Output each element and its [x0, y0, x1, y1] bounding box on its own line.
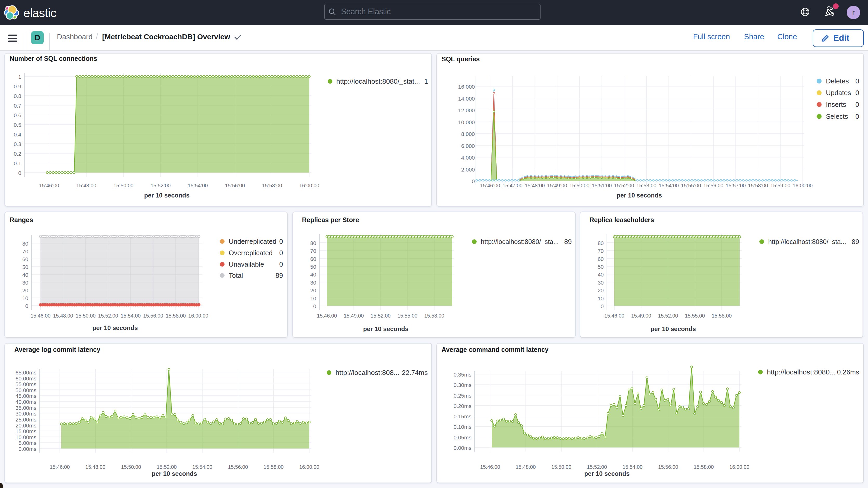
svg-text:16:00:00: 16:00:00	[299, 182, 319, 188]
svg-text:20: 20	[598, 287, 604, 293]
svg-text:35.00ms: 35.00ms	[16, 405, 36, 411]
svg-text:0: 0	[856, 100, 859, 109]
svg-text:15:55:00: 15:55:00	[397, 313, 417, 318]
svg-text:0.8: 0.8	[14, 93, 21, 99]
svg-text:2,000: 2,000	[461, 166, 475, 173]
svg-text:15:48:00: 15:48:00	[86, 464, 105, 470]
svg-text:0: 0	[856, 113, 859, 120]
svg-text:15:48:00: 15:48:00	[516, 464, 536, 470]
svg-text:0.35ms: 0.35ms	[454, 372, 471, 377]
svg-text:40: 40	[310, 272, 316, 277]
svg-text:50: 50	[310, 264, 316, 270]
svg-text:Deletes: Deletes	[826, 77, 849, 85]
svg-text:15:53:00: 15:53:00	[637, 182, 656, 188]
svg-text:50.00ms: 50.00ms	[16, 387, 36, 393]
svg-text:89: 89	[276, 272, 283, 279]
svg-text:0.9: 0.9	[14, 84, 21, 89]
svg-text:15:54:00: 15:54:00	[188, 182, 208, 188]
svg-text:0.7: 0.7	[14, 103, 21, 109]
svg-text:60: 60	[22, 256, 28, 262]
svg-text:10: 10	[598, 296, 604, 301]
svg-text:80: 80	[310, 240, 316, 246]
svg-text:15:50:00: 15:50:00	[552, 464, 571, 470]
svg-text:15:46:00: 15:46:00	[480, 464, 500, 470]
svg-text:1: 1	[424, 78, 428, 85]
svg-text:15:47:00: 15:47:00	[502, 182, 522, 188]
svg-text:per 10 seconds: per 10 seconds	[363, 325, 408, 332]
svg-text:50: 50	[22, 264, 28, 270]
svg-text:15.00ms: 15.00ms	[16, 428, 36, 434]
svg-text:20: 20	[310, 287, 316, 293]
svg-text:0.6: 0.6	[14, 112, 21, 118]
svg-text:10: 10	[310, 296, 316, 301]
svg-text:20.00ms: 20.00ms	[16, 423, 36, 428]
svg-text:70: 70	[310, 248, 316, 254]
svg-text:Underreplicated: Underreplicated	[229, 238, 277, 245]
svg-text:per 10 seconds: per 10 seconds	[152, 470, 197, 477]
svg-text:10: 10	[22, 295, 28, 301]
svg-text:16:00:00: 16:00:00	[188, 313, 208, 318]
svg-text:15:50:00: 15:50:00	[569, 182, 589, 188]
svg-text:15:58:00: 15:58:00	[694, 464, 714, 470]
svg-text:15:52:00: 15:52:00	[157, 464, 177, 470]
svg-text:15:46:00: 15:46:00	[39, 182, 59, 188]
svg-text:0: 0	[472, 178, 475, 184]
svg-text:15:56:00: 15:56:00	[658, 464, 678, 470]
svg-text:16:00:00: 16:00:00	[793, 182, 813, 188]
svg-text:10,000: 10,000	[458, 119, 475, 125]
svg-text:Replica leaseholders: Replica leaseholders	[589, 216, 654, 223]
svg-text:15:50:00: 15:50:00	[75, 313, 96, 318]
svg-text:16:00:00: 16:00:00	[299, 464, 319, 470]
svg-text:15:58:00: 15:58:00	[166, 313, 186, 318]
svg-text:80: 80	[598, 240, 604, 246]
svg-text:15:57:00: 15:57:00	[725, 182, 746, 188]
svg-text:15:54:00: 15:54:00	[121, 313, 141, 318]
svg-text:15:52:00: 15:52:00	[658, 313, 678, 318]
svg-text:per 10 seconds: per 10 seconds	[93, 324, 138, 331]
svg-text:15:52:00: 15:52:00	[587, 464, 607, 470]
svg-text:0.4: 0.4	[14, 131, 22, 138]
svg-text:15:52:00: 15:52:00	[614, 182, 634, 188]
svg-text:15:56:00: 15:56:00	[228, 464, 248, 470]
svg-text:Overreplicated: Overreplicated	[229, 249, 273, 257]
svg-text:http://localhost:8080...: http://localhost:8080...	[767, 368, 836, 376]
svg-text:12,000: 12,000	[458, 107, 475, 113]
svg-text:0.10ms: 0.10ms	[454, 424, 471, 430]
svg-text:http://localhost:8080/_sta...: http://localhost:8080/_sta...	[768, 238, 846, 246]
svg-text:0.15ms: 0.15ms	[454, 414, 471, 419]
svg-text:6,000: 6,000	[461, 143, 475, 149]
svg-text:15:56:00: 15:56:00	[225, 182, 245, 188]
svg-text:15:49:00: 15:49:00	[344, 313, 364, 318]
svg-text:0.20ms: 0.20ms	[454, 403, 471, 409]
svg-text:SQL queries: SQL queries	[441, 55, 480, 63]
svg-text:14,000: 14,000	[458, 96, 475, 101]
svg-text:15:52:00: 15:52:00	[151, 182, 171, 188]
svg-text:0: 0	[600, 303, 604, 309]
svg-text:15:49:00: 15:49:00	[631, 313, 651, 318]
svg-text:40: 40	[22, 272, 28, 278]
svg-text:Total: Total	[229, 272, 243, 279]
svg-text:45.00ms: 45.00ms	[16, 393, 36, 399]
svg-text:per 10 seconds: per 10 seconds	[650, 325, 696, 332]
svg-text:Inserts: Inserts	[826, 100, 846, 109]
svg-text:0.05ms: 0.05ms	[454, 434, 471, 440]
svg-text:70: 70	[598, 248, 604, 254]
svg-text:30: 30	[310, 280, 316, 285]
svg-text:15:58:00: 15:58:00	[712, 313, 732, 318]
svg-text:0.00ms: 0.00ms	[19, 446, 36, 452]
svg-text:15:58:00: 15:58:00	[748, 182, 768, 188]
svg-text:22.74ms: 22.74ms	[402, 369, 428, 376]
svg-text:89: 89	[851, 238, 859, 246]
svg-text:0.30ms: 0.30ms	[454, 382, 471, 388]
svg-text:5.00ms: 5.00ms	[19, 440, 36, 446]
svg-text:15:56:00: 15:56:00	[704, 182, 723, 188]
svg-text:0.2: 0.2	[14, 151, 21, 157]
svg-text:15:46:00: 15:46:00	[604, 313, 624, 318]
svg-text:20: 20	[22, 287, 28, 293]
svg-text:0: 0	[279, 238, 283, 245]
svg-text:4,000: 4,000	[461, 155, 475, 160]
svg-text:15:56:00: 15:56:00	[143, 313, 163, 318]
svg-text:0.5: 0.5	[14, 122, 21, 128]
svg-text:Average command commit latency: Average command commit latency	[441, 346, 549, 353]
svg-text:15:46:00: 15:46:00	[480, 182, 500, 188]
